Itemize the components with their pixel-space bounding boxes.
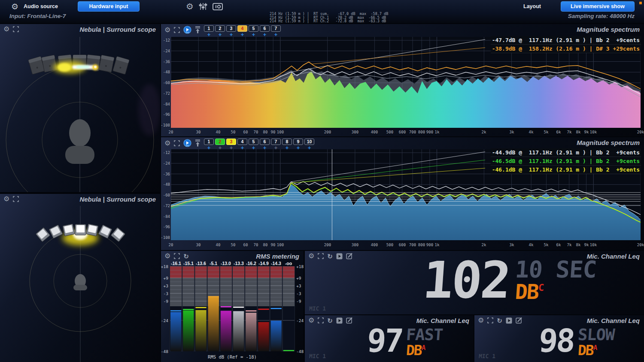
edit-icon[interactable]	[516, 317, 522, 324]
add-memory-button[interactable]: +	[204, 32, 214, 37]
edit-icon[interactable]	[346, 253, 353, 259]
reset-icon[interactable]: ↻	[497, 317, 502, 324]
rms-title: RMS metering	[256, 253, 299, 260]
fullscreen-icon[interactable]	[13, 26, 19, 32]
gear-icon[interactable]: ⚙	[164, 27, 170, 33]
memory-button-2[interactable]: 2+	[215, 139, 225, 150]
memory-button-7[interactable]: 7+	[271, 25, 281, 37]
hardware-input-button[interactable]: Hardware input	[78, 1, 140, 12]
memory-button-5[interactable]: 5+	[249, 25, 258, 37]
layout-label[interactable]: Layout	[523, 3, 541, 9]
rms-scale-tick: +9	[164, 276, 168, 281]
audio-source-gear-icon[interactable]: ⚙	[11, 3, 18, 11]
scope2-header-icons: ⚙	[3, 196, 19, 202]
add-memory-button[interactable]: +	[260, 145, 270, 150]
rms-scale-tick: -24	[296, 318, 304, 323]
leq-fast-header-icons: ⚙↻	[308, 317, 353, 324]
reset-icon[interactable]: ↻	[327, 317, 333, 324]
fullscreen-icon[interactable]	[318, 253, 324, 259]
x-tick-label: 100	[277, 130, 284, 134]
memory-button-5[interactable]: 5+	[249, 139, 258, 150]
memory-button-6[interactable]: 6+	[260, 25, 270, 37]
add-memory-button[interactable]: +	[237, 145, 247, 150]
gear-icon[interactable]: ⚙	[308, 253, 314, 259]
memory-button-1[interactable]: 1+	[204, 25, 214, 37]
gear-icon[interactable]: ⚙	[164, 140, 170, 147]
memory-button-7[interactable]: 7+	[271, 139, 281, 150]
memory-button-4[interactable]: 4+	[237, 139, 247, 150]
add-memory-button[interactable]: +	[249, 32, 258, 37]
fullscreen-icon[interactable]	[487, 317, 493, 323]
add-memory-button[interactable]: +	[282, 145, 292, 150]
memory-button-2[interactable]: 2+	[215, 25, 225, 37]
rms-channel-value: -5.1	[210, 261, 217, 266]
rms-channel-value: -14.3	[271, 261, 281, 266]
add-memory-button[interactable]: +	[215, 145, 225, 150]
rms-channel-value: -14.9	[258, 261, 269, 266]
play-icon[interactable]	[336, 317, 343, 324]
fullscreen-icon[interactable]	[318, 317, 324, 323]
add-memory-button[interactable]: +	[271, 32, 281, 37]
memory-button-10[interactable]: 10+	[304, 139, 314, 150]
totop-icon[interactable]	[195, 139, 200, 147]
io-icon[interactable]	[213, 3, 223, 10]
x-tick-label: 20	[169, 243, 173, 247]
play-icon[interactable]	[506, 317, 512, 324]
reset-icon[interactable]: ↻	[183, 253, 189, 259]
leq-fast-mode: FAST	[406, 327, 444, 342]
add-memory-button[interactable]: +	[293, 145, 303, 150]
x-tick-label: 10k	[590, 130, 597, 134]
leq-big-value: 102	[421, 257, 511, 304]
memory-button-4[interactable]: 4+	[237, 25, 247, 37]
play-icon[interactable]	[336, 253, 343, 259]
live-immersive-show-button[interactable]: Live immersive show	[561, 1, 635, 12]
live-icon[interactable]: live	[183, 139, 191, 147]
add-memory-button[interactable]: +	[249, 145, 258, 150]
add-memory-button[interactable]: +	[271, 145, 281, 150]
x-tick-label: 800	[418, 243, 425, 247]
memory-button-9[interactable]: 9+	[293, 139, 303, 150]
add-memory-button[interactable]: +	[204, 145, 214, 150]
live-icon[interactable]: live	[183, 26, 191, 34]
leq-fast-unit: DB	[406, 343, 422, 357]
spec1-title: Magnitude spectrum	[577, 26, 640, 33]
gear-icon[interactable]: ⚙	[308, 317, 314, 324]
y-tick-label: -36	[163, 60, 170, 64]
add-memory-button[interactable]: +	[226, 32, 236, 37]
rms-channel-value: -oo	[285, 261, 292, 266]
gear-icon[interactable]: ⚙	[478, 317, 484, 324]
fullscreen-icon[interactable]	[174, 253, 180, 259]
settings-gear-icon[interactable]: ⚙	[186, 2, 194, 11]
spectrum-readout-row: -38.9dB @ 158.2Hz (2.16 m ) | D# 3 +29ce…	[491, 45, 641, 53]
fullscreen-icon[interactable]	[174, 140, 180, 146]
x-tick-label: 30	[196, 130, 201, 134]
fullscreen-icon[interactable]	[174, 27, 180, 33]
x-tick-label: 20	[169, 130, 173, 134]
rms-meter-display	[170, 266, 295, 351]
gear-icon[interactable]: ⚙	[3, 196, 9, 202]
add-memory-button[interactable]: +	[260, 32, 270, 37]
rms-scale-tick: +3	[164, 284, 168, 288]
gear-icon[interactable]: ⚙	[3, 26, 9, 33]
add-memory-button[interactable]: +	[215, 32, 225, 37]
x-tick-label: 2k	[482, 130, 486, 134]
memory-button-6[interactable]: 6+	[260, 139, 270, 150]
y-tick-label: -108	[161, 235, 170, 240]
edit-icon[interactable]	[346, 317, 353, 324]
sliders-icon[interactable]	[199, 3, 207, 10]
memory-button-1[interactable]: 1+	[204, 139, 214, 150]
fullscreen-icon[interactable]	[13, 196, 19, 202]
gear-icon[interactable]: ⚙	[164, 253, 170, 259]
memory-button-3[interactable]: 3+	[226, 139, 236, 150]
add-memory-button[interactable]: +	[237, 32, 247, 37]
memory-button-8[interactable]: 8+	[282, 139, 292, 150]
totop-icon[interactable]	[195, 26, 200, 33]
memory-button-3[interactable]: 3+	[226, 25, 236, 37]
x-tick-label: 7k	[567, 130, 572, 134]
reset-icon[interactable]: ↻	[327, 253, 333, 259]
x-tick-label: 50	[231, 130, 236, 134]
x-tick-label: 400	[371, 243, 378, 247]
add-memory-button[interactable]: +	[226, 145, 236, 150]
add-memory-button[interactable]: +	[304, 145, 314, 150]
x-tick-label: 200	[324, 130, 331, 134]
